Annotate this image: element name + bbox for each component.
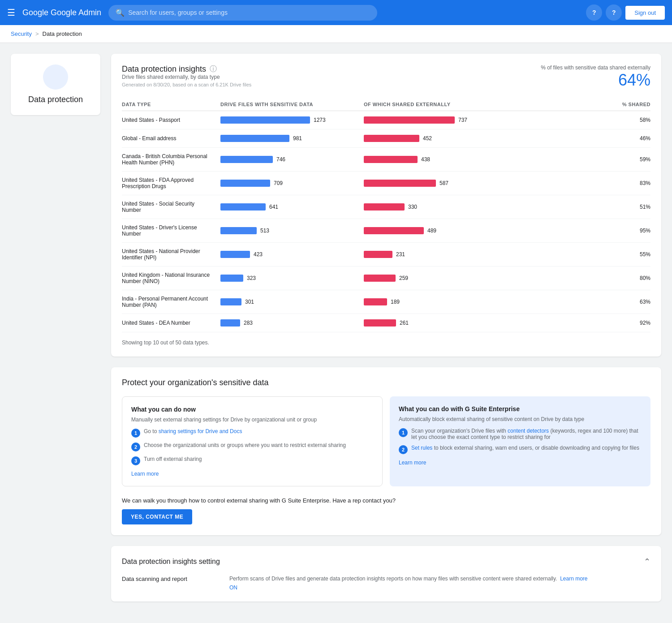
shared-num: 438 [421, 156, 430, 163]
insights-title: Data protection insights ⓘ [122, 64, 251, 74]
shared-num: 489 [427, 228, 436, 234]
col-shared-externally: of which shared externally [364, 98, 489, 111]
shared-num: 330 [408, 204, 417, 210]
insights-header-left: Data protection insights ⓘ Drive files s… [122, 64, 251, 96]
yes-contact-button[interactable]: YES, CONTACT ME [122, 509, 192, 524]
sharing-settings-link[interactable]: sharing settings for Drive and Docs [159, 428, 242, 434]
files-cell: 283 [220, 314, 364, 332]
sign-out-button[interactable]: Sign out [625, 6, 665, 20]
pct-cell: 59% [489, 148, 650, 172]
chevron-up-icon: ⌃ [644, 557, 650, 567]
list-item: 1 Scan your organization's Drive files w… [399, 428, 642, 440]
settings-card: Data protection insights setting ⌃ Data … [111, 546, 661, 602]
header: ☰ Google Google Admin 🔍 ? ? Sign out [0, 0, 672, 25]
type-cell: India - Personal Permanent Account Numbe… [122, 290, 220, 314]
help-icon-btn[interactable]: ? [586, 4, 602, 21]
insights-subtitle: Drive files shared externally, by data t… [122, 74, 251, 80]
files-bar [220, 251, 250, 258]
sidebar: Data protection [11, 54, 100, 602]
shared-cell: 259 [364, 266, 489, 290]
files-cell: 641 [220, 195, 364, 219]
table-row: United States - National Provider Identi… [122, 243, 650, 266]
shared-bar [364, 227, 424, 234]
shared-num: 737 [458, 117, 467, 123]
search-bar: 🔍 [108, 5, 377, 21]
files-bar [220, 298, 241, 305]
list-item: 2 Set rules to block external sharing, w… [399, 445, 642, 454]
insights-header: Data protection insights ⓘ Drive files s… [122, 64, 650, 96]
breadcrumb-security-link[interactable]: Security [11, 30, 32, 37]
content-area: Data protection insights ⓘ Drive files s… [111, 54, 661, 602]
ent-step-2-text: Set rules to block external sharing, war… [411, 445, 639, 451]
table-row: Global - Email address 981 452 46% [122, 129, 650, 148]
settings-row: Data scanning and report Perform scans o… [122, 576, 650, 591]
shared-bar [364, 203, 405, 211]
table-row: India - Personal Permanent Account Numbe… [122, 290, 650, 314]
files-cell: 746 [220, 148, 364, 172]
enterprise-box-desc: Automatically block external sharing of … [399, 416, 642, 422]
table-row: United States - Social Security Number 6… [122, 195, 650, 219]
set-rules-link[interactable]: Set rules [411, 445, 432, 451]
breadcrumb-separator: > [35, 30, 39, 37]
pct-cell: 51% [489, 195, 650, 219]
breadcrumb: Security > Data protection [0, 25, 672, 43]
col-drive-files: Drive files with sensitive data [220, 98, 364, 111]
now-learn-more-link[interactable]: Learn more [131, 471, 159, 477]
shared-num: 259 [399, 275, 408, 281]
step-3-text: Turn off external sharing [144, 456, 202, 462]
settings-learn-more-link[interactable]: Learn more [560, 576, 587, 582]
col-pct-shared: % shared [489, 98, 650, 111]
files-num: 323 [247, 275, 256, 281]
enterprise-box-list: 1 Scan your organization's Drive files w… [399, 428, 642, 454]
sidebar-icon-wrap [43, 64, 68, 90]
files-cell: 301 [220, 290, 364, 314]
files-bar [220, 135, 289, 142]
menu-icon[interactable]: ☰ [7, 7, 15, 18]
info-icon[interactable]: ⓘ [210, 64, 217, 74]
question-icon-btn[interactable]: ? [606, 4, 622, 21]
ent-step-2-num: 2 [399, 445, 408, 454]
main-layout: Data protection Data protection insights… [0, 43, 672, 612]
files-cell: 323 [220, 266, 364, 290]
breadcrumb-current: Data protection [43, 30, 82, 37]
settings-status: ON [229, 584, 588, 591]
files-cell: 709 [220, 172, 364, 195]
col-data-type: Data type [122, 98, 220, 111]
type-cell: Canada - British Columbia Personal Healt… [122, 148, 220, 172]
header-actions: ? ? Sign out [586, 4, 665, 21]
showing-text: Showing top 10 out of 50 data types. [122, 339, 650, 346]
settings-label: Data scanning and report [122, 576, 211, 591]
settings-desc-col: Perform scans of Drive files and generat… [229, 576, 588, 591]
shared-cell: 737 [364, 111, 489, 129]
settings-desc-text: Perform scans of Drive files and generat… [229, 576, 588, 582]
type-cell: United States - National Provider Identi… [122, 243, 220, 266]
enterprise-learn-more-link[interactable]: Learn more [399, 460, 426, 466]
protect-card: Protect your organization's sensitive da… [111, 367, 661, 535]
files-bar [220, 180, 270, 187]
files-bar [220, 116, 310, 124]
shared-bar [364, 135, 419, 142]
sidebar-card: Data protection [11, 54, 100, 115]
contact-text: We can walk you through how to control e… [122, 497, 650, 504]
logo-text: Google Google Admin [22, 8, 101, 17]
files-num: 981 [293, 135, 302, 142]
content-detectors-link[interactable]: content detectors [508, 428, 549, 434]
shared-bar [364, 180, 436, 187]
table-row: Canada - British Columbia Personal Healt… [122, 148, 650, 172]
settings-header[interactable]: Data protection insights setting ⌃ [122, 557, 650, 567]
app-logo[interactable]: Google Google Admin [22, 8, 101, 17]
shared-num: 231 [396, 251, 405, 258]
search-icon: 🔍 [116, 9, 125, 17]
list-item: 1 Go to sharing settings for Drive and D… [131, 428, 373, 438]
pct-cell: 63% [489, 290, 650, 314]
shared-bar [364, 116, 455, 124]
search-input[interactable] [128, 9, 370, 16]
type-cell: United States - FDA Approved Prescriptio… [122, 172, 220, 195]
enterprise-box-title: What you can do with G Suite Enterprise [399, 405, 642, 412]
type-cell: United States - Passport [122, 111, 220, 129]
protect-title: Protect your organization's sensitive da… [122, 378, 650, 387]
table-row: United States - DEA Number 283 261 92% [122, 314, 650, 332]
shared-bar [364, 156, 418, 163]
shared-bar [364, 298, 387, 305]
shared-num: 452 [423, 135, 432, 142]
